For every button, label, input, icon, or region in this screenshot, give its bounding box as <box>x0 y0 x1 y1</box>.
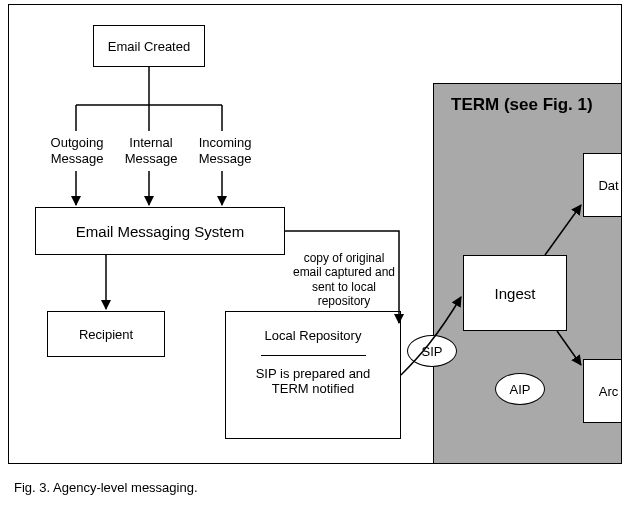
label-incoming-message: Incoming Message <box>195 135 255 166</box>
label-text: Incoming Message <box>199 135 252 166</box>
label-text: Outgoing Message <box>51 135 104 166</box>
box-email-created: Email Created <box>93 25 205 67</box>
box-local-repository: Local Repository SIP is prepared and TER… <box>225 311 401 439</box>
oval-sip: SIP <box>407 335 457 367</box>
box-label: Dat <box>598 178 618 193</box>
diagram-frame: TERM (see Fig. 1) Email Created Outgoing… <box>8 4 622 464</box>
caption-text: Fig. 3. Agency-level messaging. <box>14 480 198 495</box>
oval-label: SIP <box>422 344 443 359</box>
label-internal-message: Internal Message <box>121 135 181 166</box>
box-label: Recipient <box>79 327 133 342</box>
label-text: Internal Message <box>125 135 178 166</box>
box-arc: Arc <box>583 359 622 423</box>
local-repo-title: Local Repository <box>265 328 362 343</box>
label-copy-note: copy of original email captured and sent… <box>291 251 397 309</box>
figure-caption: Fig. 3. Agency-level messaging. <box>14 480 198 495</box>
box-email-messaging-system: Email Messaging System <box>35 207 285 255</box>
oval-aip: AIP <box>495 373 545 405</box>
box-label: Arc <box>599 384 619 399</box>
divider <box>261 355 366 356</box>
box-recipient: Recipient <box>47 311 165 357</box>
label-text: copy of original email captured and sent… <box>293 251 395 308</box>
box-ingest: Ingest <box>463 255 567 331</box>
box-label: Email Created <box>108 39 190 54</box>
label-outgoing-message: Outgoing Message <box>47 135 107 166</box>
term-title: TERM (see Fig. 1) <box>451 95 593 115</box>
oval-label: AIP <box>510 382 531 397</box>
box-label: Email Messaging System <box>76 223 244 240</box>
box-dat: Dat <box>583 153 622 217</box>
box-label: Ingest <box>495 285 536 302</box>
local-repo-desc: SIP is prepared and TERM notified <box>230 366 396 396</box>
